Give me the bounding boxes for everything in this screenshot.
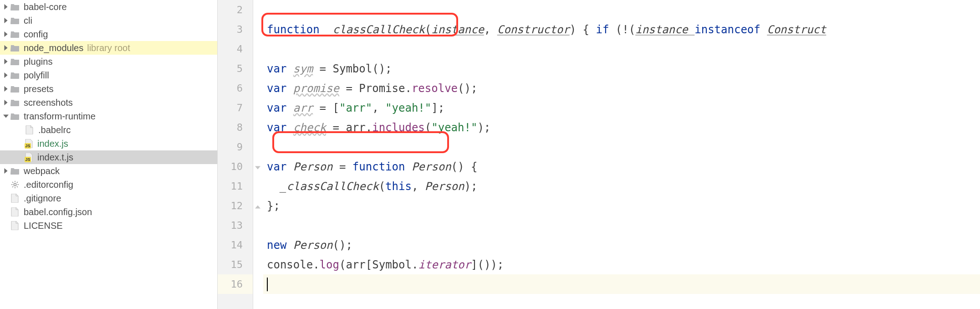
svg-line-7 (12, 186, 13, 187)
gutter-line-number[interactable]: 14 (218, 235, 253, 255)
gutter-line-number[interactable]: 12 (218, 196, 253, 216)
fold-toggle-icon[interactable] (255, 164, 260, 170)
folder-icon (10, 98, 20, 108)
code-token: this (385, 180, 412, 193)
tree-arrow-icon[interactable] (2, 18, 10, 23)
tree-item[interactable]: .gitignore (0, 191, 217, 205)
tree-arrow-icon[interactable] (2, 31, 10, 37)
code-line[interactable] (263, 137, 980, 157)
gutter-line-number[interactable]: 3 (218, 20, 253, 39)
tree-item-label: babel.config.json (24, 207, 92, 217)
code-token: , (484, 23, 497, 36)
gutter-line-number[interactable]: 8 (218, 118, 253, 137)
code-token: Person (425, 180, 464, 193)
gutter-line-number[interactable]: 15 (218, 255, 253, 274)
code-token: () { (451, 160, 478, 173)
code-token: (); (333, 239, 352, 252)
tree-item[interactable]: screenshots (0, 96, 217, 109)
code-token: new (267, 239, 293, 252)
tree-item-label: .gitignore (24, 193, 61, 204)
gutter-line-number[interactable]: 2 (218, 0, 253, 20)
gutter-line-number[interactable]: 5 (218, 59, 253, 78)
gutter[interactable]: 2345678910111213141516 (218, 0, 253, 309)
code-line[interactable]: var check = arr.includes("yeah!"); (263, 118, 980, 137)
code-token: promise (293, 82, 339, 95)
code-line[interactable]: var Person = function Person() { (263, 157, 980, 176)
tree-item[interactable]: cli (0, 14, 217, 27)
tree-item-label: polyfill (24, 70, 49, 81)
gutter-line-number[interactable]: 11 (218, 176, 253, 196)
tree-arrow-icon[interactable] (2, 86, 10, 92)
tree-item[interactable]: presets (0, 82, 217, 96)
tree-item[interactable]: LICENSE (0, 219, 217, 232)
tree-item[interactable]: JSindex.t.js (0, 150, 217, 164)
code-token: instance (431, 23, 484, 36)
fold-margin[interactable] (253, 0, 263, 309)
tree-item[interactable]: babel-core (0, 0, 217, 14)
code-line[interactable] (263, 0, 980, 20)
code-token: instanceof (694, 23, 767, 36)
code-line[interactable]: var sym = Symbol(); (263, 59, 980, 78)
code-line[interactable]: var arr = ["arr", "yeah!"]; (263, 98, 980, 118)
project-tree[interactable]: babel-corecliconfignode_moduleslibrary r… (0, 0, 218, 309)
code-token: Construct (767, 23, 826, 36)
code-token (267, 180, 280, 193)
code-token: instance (635, 23, 694, 36)
code-token: ]()); (471, 258, 504, 271)
tree-arrow-icon[interactable] (2, 100, 10, 105)
code-token: ( (379, 180, 385, 193)
tree-item[interactable]: node_moduleslibrary root (0, 41, 217, 55)
code-line[interactable] (263, 216, 980, 235)
code-token: Promise (359, 82, 405, 95)
tree-item-label: plugins (24, 57, 52, 67)
tree-item[interactable]: .babelrc (0, 123, 217, 137)
tree-item[interactable]: JSindex.js (0, 137, 217, 150)
code-token: , (372, 102, 385, 114)
code-line[interactable]: _classCallCheck(this, Person); (263, 176, 980, 196)
code-line[interactable]: }; (263, 196, 980, 216)
code-line[interactable] (263, 274, 980, 294)
code-line[interactable] (263, 39, 980, 59)
code-area[interactable]: function _classCallCheck(instance, Const… (263, 0, 980, 309)
code-line[interactable]: new Person(); (263, 235, 980, 255)
tree-item-label: LICENSE (24, 221, 63, 231)
gutter-line-number[interactable]: 10 (218, 157, 253, 176)
code-token: ); (464, 180, 478, 193)
tree-arrow-icon[interactable] (2, 4, 10, 10)
gutter-line-number[interactable]: 9 (218, 137, 253, 157)
tree-arrow-icon[interactable] (2, 72, 10, 78)
tree-item[interactable]: polyfill (0, 68, 217, 82)
tree-item[interactable]: webpack (0, 164, 217, 178)
tree-arrow-icon[interactable] (2, 168, 10, 174)
tree-item-label: index.t.js (37, 152, 73, 163)
code-line[interactable]: function _classCallCheck(instance, Const… (263, 20, 980, 39)
tree-arrow-icon[interactable] (2, 113, 10, 119)
gutter-line-number[interactable]: 7 (218, 98, 253, 118)
code-token: function (352, 160, 412, 173)
folder-icon (10, 29, 20, 39)
folder-icon (10, 43, 20, 53)
gutter-line-number[interactable]: 16 (218, 274, 253, 294)
code-token: C (497, 23, 504, 36)
tree-item[interactable]: babel.config.json (0, 205, 217, 219)
svg-line-8 (17, 182, 18, 183)
tree-item[interactable]: plugins (0, 55, 217, 68)
code-token: ]; (431, 102, 444, 114)
code-token: [ (366, 258, 372, 271)
tree-item-label: node_modules (24, 43, 83, 53)
gutter-line-number[interactable]: 13 (218, 216, 253, 235)
code-token: _classCallCheck (280, 180, 379, 193)
code-token: ) { (570, 23, 596, 36)
tree-item[interactable]: .editorconfig (0, 178, 217, 191)
code-line[interactable]: var promise = Promise.resolve(); (263, 78, 980, 98)
tree-arrow-icon[interactable] (2, 45, 10, 51)
code-line[interactable]: console.log(arr[Symbol.iterator]()); (263, 255, 980, 274)
text-caret (267, 278, 268, 291)
gutter-line-number[interactable]: 4 (218, 39, 253, 59)
code-token: . (366, 121, 372, 134)
fold-toggle-icon[interactable] (255, 203, 260, 209)
tree-item[interactable]: transform-runtime (0, 109, 217, 123)
tree-item[interactable]: config (0, 27, 217, 41)
tree-arrow-icon[interactable] (2, 59, 10, 64)
gutter-line-number[interactable]: 6 (218, 78, 253, 98)
